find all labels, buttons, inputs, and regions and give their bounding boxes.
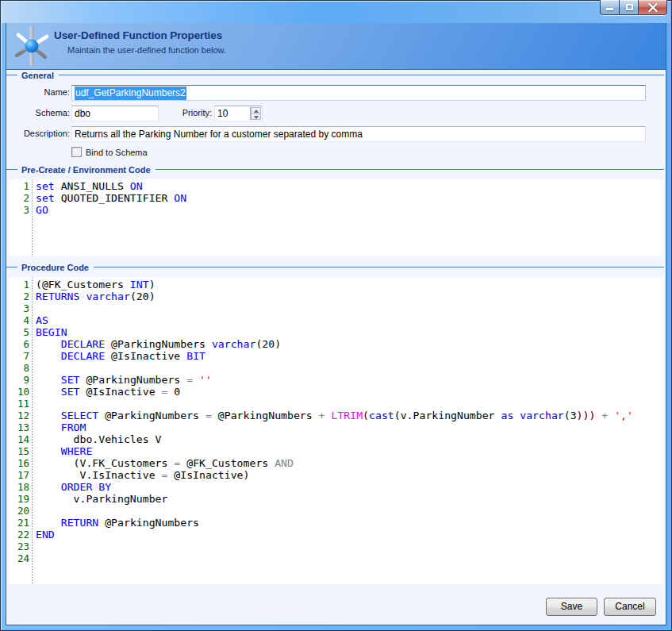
schema-input[interactable]: dbo [71, 106, 159, 121]
precreate-group-label: Pre-Create / Environment Code [21, 165, 151, 175]
down-arrow-icon [254, 116, 259, 119]
procedure-group-label: Procedure Code [21, 263, 89, 272]
save-button[interactable]: Save [546, 598, 597, 616]
priority-spin-down[interactable] [251, 114, 261, 120]
code-line: 20 [9, 505, 663, 517]
maximize-button[interactable] [619, 0, 639, 15]
priority-label: Priority: [148, 108, 212, 117]
code-line: 15 WHERE [9, 445, 663, 457]
code-line: 3 [9, 302, 663, 314]
name-input[interactable]: udf_GetParkingNumbers2 [71, 85, 646, 101]
code-line: 13 FROM [9, 421, 663, 433]
code-line: 24 [9, 552, 663, 564]
code-line: 23 [9, 541, 663, 552]
precreate-gutter [9, 179, 33, 256]
close-icon [648, 3, 658, 12]
code-line: 2set QUOTED_IDENTIFIER ON [9, 192, 663, 204]
code-line: 19 v.ParkingNumber [9, 493, 663, 505]
bind-to-schema-checkbox[interactable] [71, 147, 82, 157]
code-line: 1set ANSI_NULLS ON [9, 180, 663, 192]
code-line: 18 ORDER BY [9, 481, 663, 493]
close-button[interactable] [639, 0, 667, 15]
code-line: 16 (V.FK_Customers = @FK_Customers AND [9, 457, 663, 469]
code-line: 17 V.IsInactive = @IsInactive) [9, 469, 663, 481]
general-group-label: General [21, 71, 54, 80]
procedure-group-header: Procedure Code [6, 262, 664, 272]
priority-spinner [250, 107, 261, 120]
code-line: 2RETURNS varchar(20) [9, 290, 663, 302]
bind-to-schema-label: Bind to Schema [86, 148, 148, 157]
header-subtitle: Maintain the user-defined function below… [67, 45, 226, 55]
function-icon [12, 25, 52, 67]
up-arrow-icon [254, 110, 259, 113]
name-input-selected-text: udf_GetParkingNumbers2 [75, 87, 186, 100]
code-line: 5BEGIN [9, 326, 663, 338]
header-title: User-Defined Function Properties [54, 29, 222, 41]
code-line: 4AS [9, 314, 663, 326]
name-label: Name: [6, 87, 70, 97]
general-group-header: General [6, 70, 664, 80]
titlebar [2, 2, 670, 23]
description-label: Description: [6, 129, 70, 138]
code-line: 14 dbo.Vehicles V [9, 433, 663, 445]
code-line: 11 [9, 398, 663, 410]
code-line: 7 DECLARE @IsInactive BIT [9, 350, 663, 362]
priority-input[interactable]: 10 [214, 106, 263, 121]
procedure-gutter [9, 277, 33, 584]
precreate-code-editor[interactable]: 1set ANSI_NULLS ON2set QUOTED_IDENTIFIER… [9, 179, 663, 256]
minimize-button[interactable] [600, 0, 619, 15]
priority-spin-up[interactable] [251, 107, 261, 114]
code-line: 22END [9, 529, 663, 541]
description-input[interactable]: Returns all the Parking Number for a cus… [71, 126, 646, 142]
maximize-icon [626, 4, 633, 10]
schema-label: Schema: [6, 108, 70, 117]
code-line: 1(@FK_Customers INT) [9, 279, 663, 290]
code-line: 9 SET @ParkingNumbers = '' [9, 374, 663, 386]
code-line: 12 SELECT @ParkingNumbers = @ParkingNumb… [9, 410, 663, 421]
code-line: 21 RETURN @ParkingNumbers [9, 517, 663, 529]
minimize-icon [606, 8, 613, 10]
code-line: 8 [9, 362, 663, 374]
code-line: 6 DECLARE @ParkingNumbers varchar(20) [9, 338, 663, 350]
cancel-button[interactable]: Cancel [604, 598, 656, 616]
procedure-code-editor[interactable]: 1(@FK_Customers INT)2RETURNS varchar(20)… [9, 277, 663, 584]
code-line: 10 SET @IsInactive = 0 [9, 386, 663, 398]
dialog-window: { "header": { "title": "User-Defined Fun… [0, 0, 672, 631]
precreate-group-header: Pre-Create / Environment Code [6, 164, 664, 175]
window-controls [600, 0, 667, 15]
dialog-header: User-Defined Function Properties Maintai… [6, 23, 666, 70]
code-line: 3GO [9, 204, 663, 216]
